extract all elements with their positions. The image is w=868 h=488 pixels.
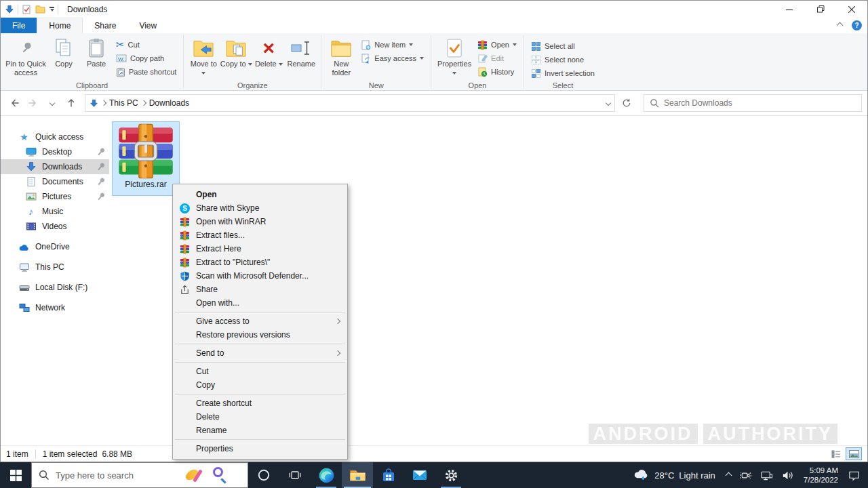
context-menu-item-extract-files[interactable]: Extract files...: [174, 228, 347, 242]
history-button[interactable]: History: [474, 65, 520, 79]
qat-properties-icon[interactable]: [22, 5, 31, 14]
context-menu-item-properties[interactable]: Properties: [174, 442, 347, 455]
taskbar-store-button[interactable]: [373, 462, 404, 488]
forward-button[interactable]: [25, 95, 41, 111]
tab-share[interactable]: Share: [83, 18, 127, 33]
context-menu-item-create-shortcut[interactable]: Create shortcut: [174, 396, 347, 410]
show-hidden-icons-chevron[interactable]: [723, 462, 734, 488]
easy-access-button[interactable]: Easy access: [357, 52, 427, 65]
edit-button[interactable]: Edit: [474, 52, 520, 65]
tab-home[interactable]: Home: [37, 18, 83, 33]
context-menu-item-cut[interactable]: Cut: [174, 365, 347, 378]
select-none-button[interactable]: Select none: [528, 53, 598, 66]
new-folder-button[interactable]: New folder: [325, 35, 357, 78]
address-dropdown-chevron[interactable]: [606, 100, 611, 106]
sidebar-item-desktop[interactable]: Desktop: [1, 144, 109, 159]
taskbar-mail-button[interactable]: [404, 462, 435, 488]
sidebar-item-videos[interactable]: Videos: [1, 219, 109, 234]
restore-button[interactable]: [805, 1, 836, 18]
new-item-button[interactable]: New item: [357, 38, 427, 52]
file-pictures-rar[interactable]: Pictures.rar: [112, 121, 180, 196]
taskbar-edge-button[interactable]: [311, 462, 342, 488]
meet-now-icon[interactable]: [736, 462, 755, 488]
volume-icon[interactable]: [778, 462, 797, 488]
search-input[interactable]: [664, 98, 856, 108]
sidebar-item-local-disk-f[interactable]: Local Disk (F:): [1, 280, 109, 295]
network-tray-icon[interactable]: [757, 462, 776, 488]
context-menu-item-open[interactable]: Open: [174, 188, 347, 201]
menu-item-label: Rename: [196, 426, 347, 435]
defender-icon: [179, 271, 191, 281]
sidebar-item-downloads[interactable]: Downloads: [1, 159, 109, 174]
copy-to-button[interactable]: Copy to: [220, 35, 252, 78]
context-menu-item-open-with[interactable]: Open with...: [174, 296, 347, 310]
breadcrumb-this-pc[interactable]: This PC: [109, 98, 138, 108]
qat-new-folder-icon[interactable]: [35, 5, 45, 14]
chevron-right-icon: [101, 100, 106, 106]
sidebar-item-pictures[interactable]: Pictures: [1, 189, 109, 204]
search-highlights-doodle[interactable]: [184, 466, 224, 485]
sidebar-item-this-pc[interactable]: This PC: [1, 260, 109, 274]
copy-path-button[interactable]: W.. Copy path: [113, 52, 180, 65]
context-menu-item-extract-to-pictures[interactable]: Extract to "Pictures\": [174, 256, 347, 269]
recent-locations-chevron[interactable]: [44, 95, 60, 111]
delete-button[interactable]: × Delete: [252, 35, 285, 78]
submenu-chevron-icon: [335, 319, 340, 324]
invert-selection-button[interactable]: Invert selection: [528, 66, 598, 80]
task-view-button[interactable]: [279, 462, 311, 488]
mail-icon: [412, 467, 428, 483]
sidebar-item-quick-access[interactable]: ★ Quick access: [1, 129, 109, 144]
start-button[interactable]: [0, 462, 31, 488]
copy-button[interactable]: Copy: [47, 35, 80, 78]
tab-file[interactable]: File: [1, 18, 37, 33]
customize-toolbar-chevron[interactable]: [50, 7, 54, 12]
paste-button[interactable]: Paste: [80, 35, 113, 78]
weather-widget[interactable]: 28°C Light rain: [627, 468, 722, 482]
tab-view[interactable]: View: [127, 18, 168, 33]
sidebar-item-music[interactable]: ♪ Music: [1, 204, 109, 219]
menu-separator: [175, 439, 345, 440]
search-box[interactable]: [644, 94, 862, 112]
minimize-button[interactable]: [774, 1, 805, 18]
pin-to-quick-access-button[interactable]: Pin to Quick access: [4, 35, 47, 78]
context-menu-item-delete[interactable]: Delete: [174, 410, 347, 424]
address-box[interactable]: This PC Downloads: [85, 94, 615, 112]
context-menu-item-share[interactable]: Share: [174, 283, 347, 296]
up-button[interactable]: [63, 95, 79, 111]
sidebar-item-network[interactable]: Network: [1, 300, 109, 315]
cortana-button[interactable]: [248, 462, 279, 488]
context-menu-item-rename[interactable]: Rename: [174, 424, 347, 437]
close-button[interactable]: [836, 1, 867, 18]
taskbar-settings-button[interactable]: [435, 462, 467, 488]
collapse-ribbon-icon[interactable]: [837, 22, 844, 29]
context-menu-item-send-to[interactable]: Send to: [174, 346, 347, 360]
paste-shortcut-button[interactable]: Paste shortcut: [113, 65, 180, 79]
breadcrumb-downloads[interactable]: Downloads: [149, 98, 189, 108]
action-center-icon[interactable]: [844, 462, 864, 488]
taskbar-search-input[interactable]: [56, 470, 164, 481]
rename-button[interactable]: Rename: [285, 35, 317, 78]
properties-button[interactable]: Properties: [435, 35, 474, 78]
back-button[interactable]: [6, 95, 22, 111]
taskbar-clock[interactable]: 5:09 AM 7/28/2022: [799, 466, 843, 485]
context-menu-item-extract-here[interactable]: Extract Here: [174, 242, 347, 256]
context-menu-item-restore-previous-versions[interactable]: Restore previous versions: [174, 328, 347, 342]
context-menu-item-scan-with-defender[interactable]: Scan with Microsoft Defender...: [174, 269, 347, 283]
context-menu-item-open-with-winrar[interactable]: Open with WinRAR: [174, 215, 347, 228]
open-button[interactable]: Open: [474, 38, 520, 52]
large-icons-view-button[interactable]: [846, 447, 862, 460]
context-menu-item-copy[interactable]: Copy: [174, 378, 347, 392]
select-all-button[interactable]: Select all: [528, 39, 598, 53]
context-menu-item-share-with-skype[interactable]: SShare with Skype: [174, 201, 347, 215]
context-menu-item-give-access-to[interactable]: Give access to: [174, 314, 347, 328]
taskbar-file-explorer-button[interactable]: [342, 462, 373, 488]
button-label: Paste shortcut: [129, 68, 176, 76]
sidebar-item-onedrive[interactable]: OneDrive: [1, 239, 109, 254]
refresh-button[interactable]: [618, 94, 635, 112]
move-to-button[interactable]: Move to: [187, 35, 220, 78]
help-icon[interactable]: ?: [852, 20, 862, 30]
sidebar-item-documents[interactable]: Documents: [1, 174, 109, 189]
cut-button[interactable]: ✂ Cut: [113, 38, 180, 52]
taskbar-search-box[interactable]: [31, 462, 248, 488]
details-view-button[interactable]: [828, 447, 844, 460]
